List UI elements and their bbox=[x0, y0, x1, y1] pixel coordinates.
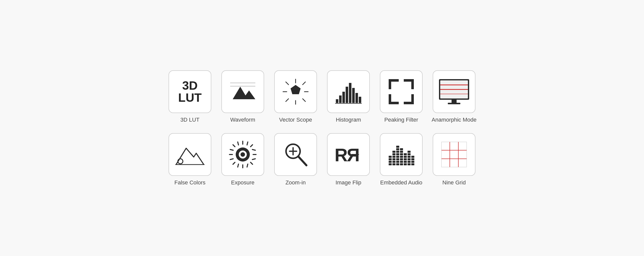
svg-rect-77 bbox=[400, 148, 403, 150]
svg-line-43 bbox=[230, 149, 233, 150]
svg-rect-62 bbox=[389, 163, 392, 165]
icon-box-exposure[interactable] bbox=[221, 133, 264, 176]
svg-rect-92 bbox=[408, 158, 411, 160]
icon-box-3d-lut[interactable]: 3DLUT bbox=[169, 70, 211, 113]
svg-rect-79 bbox=[400, 153, 403, 155]
svg-rect-85 bbox=[404, 156, 407, 158]
waveform-icon bbox=[228, 79, 258, 104]
svg-rect-71 bbox=[396, 151, 399, 153]
svg-rect-65 bbox=[392, 156, 395, 158]
icon-box-nine-grid[interactable] bbox=[433, 133, 475, 176]
svg-rect-67 bbox=[392, 161, 395, 163]
svg-rect-86 bbox=[404, 158, 407, 160]
icon-box-zoom-in[interactable] bbox=[274, 133, 317, 176]
icon-box-anamorphic-mode[interactable] bbox=[433, 70, 475, 113]
svg-rect-84 bbox=[404, 153, 407, 155]
svg-rect-27 bbox=[452, 100, 457, 103]
svg-rect-59 bbox=[389, 156, 392, 158]
svg-line-54 bbox=[298, 157, 306, 165]
icon-box-embedded-audio[interactable] bbox=[380, 133, 423, 176]
exposure-icon bbox=[229, 141, 257, 168]
svg-rect-94 bbox=[408, 163, 411, 165]
cell-image-flip: R R Image Flip bbox=[326, 133, 371, 186]
svg-rect-18 bbox=[352, 88, 355, 103]
cell-nine-grid: Nine Grid bbox=[431, 133, 477, 186]
label-zoom-in: Zoom-in bbox=[286, 179, 306, 186]
icon-box-histogram[interactable] bbox=[327, 70, 370, 113]
svg-text:R: R bbox=[347, 145, 360, 165]
embedded-audio-icon bbox=[387, 142, 415, 167]
svg-rect-98 bbox=[411, 163, 414, 165]
cell-anamorphic-mode: Anamorphic Mode bbox=[431, 70, 477, 123]
label-exposure: Exposure bbox=[231, 179, 255, 186]
svg-line-45 bbox=[230, 159, 233, 160]
cell-zoom-in: Zoom-in bbox=[273, 133, 318, 186]
svg-line-46 bbox=[252, 149, 255, 150]
svg-rect-61 bbox=[389, 161, 392, 163]
svg-rect-78 bbox=[400, 151, 403, 153]
svg-line-39 bbox=[251, 145, 253, 147]
false-colors-icon bbox=[175, 141, 205, 168]
svg-rect-72 bbox=[396, 153, 399, 155]
svg-rect-20 bbox=[359, 97, 361, 103]
svg-rect-66 bbox=[392, 158, 395, 160]
label-histogram: Histogram bbox=[336, 117, 361, 123]
image-flip-icon: R R bbox=[333, 143, 364, 166]
svg-rect-16 bbox=[346, 87, 348, 103]
label-nine-grid: Nine Grid bbox=[442, 179, 466, 186]
svg-rect-13 bbox=[336, 99, 338, 103]
svg-rect-60 bbox=[389, 158, 392, 160]
label-waveform: Waveform bbox=[230, 117, 255, 123]
svg-rect-87 bbox=[404, 161, 407, 163]
svg-line-40 bbox=[233, 162, 235, 164]
label-vector-scope: Vector Scope bbox=[279, 117, 312, 123]
label-image-flip: Image Flip bbox=[336, 179, 361, 186]
svg-rect-75 bbox=[396, 161, 399, 163]
svg-rect-89 bbox=[408, 151, 411, 153]
svg-rect-68 bbox=[392, 163, 395, 165]
feature-grid: 3DLUT 3D LUT Waveform bbox=[152, 55, 492, 201]
svg-rect-73 bbox=[396, 156, 399, 158]
svg-rect-69 bbox=[396, 146, 399, 148]
icon-box-waveform[interactable] bbox=[221, 70, 264, 113]
cell-exposure: Exposure bbox=[220, 133, 265, 186]
svg-rect-17 bbox=[349, 83, 351, 103]
svg-rect-93 bbox=[408, 161, 411, 163]
svg-text:R: R bbox=[335, 145, 348, 165]
svg-rect-90 bbox=[408, 153, 411, 155]
label-peaking-filter: Peaking Filter bbox=[384, 117, 418, 123]
svg-rect-15 bbox=[342, 92, 345, 103]
svg-rect-88 bbox=[404, 163, 407, 165]
svg-rect-81 bbox=[400, 158, 403, 160]
svg-rect-96 bbox=[411, 158, 414, 160]
svg-line-47 bbox=[238, 164, 238, 167]
label-anamorphic-mode: Anamorphic Mode bbox=[432, 117, 477, 123]
svg-line-44 bbox=[252, 159, 255, 160]
icon-box-image-flip[interactable]: R R bbox=[327, 133, 370, 176]
svg-line-10 bbox=[303, 82, 305, 85]
svg-rect-99 bbox=[441, 142, 467, 167]
svg-rect-95 bbox=[411, 156, 414, 158]
anamorphic-mode-icon bbox=[438, 78, 470, 106]
icon-box-vector-scope[interactable] bbox=[274, 70, 317, 113]
cell-vector-scope: Vector Scope bbox=[273, 70, 318, 123]
svg-line-8 bbox=[286, 82, 289, 85]
svg-line-37 bbox=[233, 145, 235, 147]
svg-point-50 bbox=[240, 152, 245, 157]
svg-rect-64 bbox=[392, 153, 395, 155]
svg-rect-91 bbox=[408, 156, 411, 158]
svg-rect-80 bbox=[400, 156, 403, 158]
vector-scope-icon bbox=[282, 78, 309, 106]
cell-waveform: Waveform bbox=[220, 70, 265, 123]
lut-icon: 3DLUT bbox=[178, 80, 202, 104]
svg-rect-97 bbox=[411, 161, 414, 163]
svg-line-11 bbox=[286, 99, 289, 101]
svg-rect-82 bbox=[400, 161, 403, 163]
icon-box-false-colors[interactable] bbox=[169, 133, 211, 176]
cell-embedded-audio: Embedded Audio bbox=[379, 133, 424, 186]
svg-rect-76 bbox=[396, 163, 399, 165]
svg-line-38 bbox=[251, 162, 253, 164]
icon-box-peaking-filter[interactable] bbox=[380, 70, 423, 113]
svg-rect-19 bbox=[355, 93, 358, 103]
cell-peaking-filter: Peaking Filter bbox=[379, 70, 424, 123]
